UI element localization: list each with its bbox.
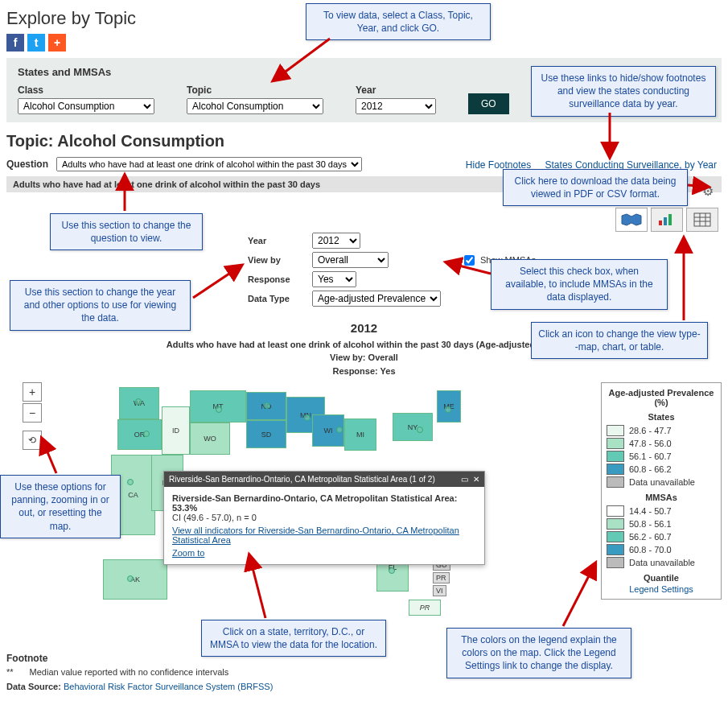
callout-zoom: Use these options for panning, zooming i… — [0, 475, 121, 538]
legend-settings-link[interactable]: Legend Settings — [629, 584, 693, 594]
legend-mmsa-1: 50.8 - 56.1 — [629, 519, 672, 529]
state-AK[interactable]: AK — [103, 559, 167, 600]
state-OR[interactable]: OR — [117, 419, 162, 450]
callout-options: Use this section to change the year and … — [10, 280, 191, 331]
topic-select[interactable]: Alcohol Consumption — [187, 98, 323, 114]
footnote-text: Median value reported with no confidence… — [30, 667, 229, 677]
footnote-symbol: ** — [6, 667, 14, 677]
state-NY[interactable]: NY — [393, 413, 433, 441]
callout-links: Use these links to hide/show footnotes a… — [531, 66, 716, 117]
callout-legend: The colors on the legend explain the col… — [446, 628, 631, 678]
opt-response-select[interactable]: Yes — [312, 271, 356, 287]
legend-mmsa-4: Data unavailable — [629, 558, 695, 567]
popup-maximize-icon[interactable]: ▭ — [461, 475, 468, 484]
popup-close-icon[interactable]: ✕ — [473, 475, 479, 484]
legend-mmsa-0: 14.4 - 50.7 — [629, 506, 672, 516]
state-PR[interactable]: PR — [409, 600, 441, 616]
state-WO[interactable]: WO — [190, 423, 230, 455]
addthis-share-button[interactable]: + — [48, 34, 66, 52]
opt-datatype-select[interactable]: Age-adjusted Prevalence — [312, 291, 441, 307]
opt-viewby-label: View by — [248, 255, 304, 265]
popup-header-title: Riverside-San Bernardino-Ontario, CA Met… — [169, 475, 435, 484]
callout-go: To view data, select a Class, Topic, Yea… — [306, 3, 491, 40]
mmsa-dot[interactable] — [304, 414, 311, 421]
map-view-button[interactable] — [615, 208, 648, 232]
svg-rect-1 — [664, 217, 667, 225]
mmsa-dot[interactable] — [417, 427, 423, 433]
facebook-share-button[interactable]: f — [6, 34, 24, 52]
popup-title: Riverside-San Bernardino-Ontario, CA Met… — [172, 493, 457, 513]
table-view-button[interactable] — [686, 208, 718, 232]
opt-viewby-select[interactable]: Overall — [312, 252, 389, 268]
callout-mmsas: Select this check box, when available, t… — [491, 259, 668, 310]
legend-state-1: 47.8 - 56.0 — [629, 439, 672, 448]
mmsa-dot[interactable] — [389, 567, 395, 574]
year-label: Year — [356, 85, 436, 96]
class-select[interactable]: Alcohol Consumption — [18, 98, 154, 114]
opt-year-select[interactable]: 2012 — [312, 233, 360, 249]
opt-response-label: Response — [248, 274, 304, 284]
mmsa-dot[interactable] — [135, 398, 142, 405]
legend-state-4: Data unavailable — [629, 477, 695, 487]
popup-zoom-link[interactable]: Zoom to — [172, 548, 476, 558]
legend-title: Age-adjusted Prevalence (%) — [607, 388, 716, 407]
mmsa-dot[interactable] — [127, 479, 134, 485]
svg-rect-3 — [694, 213, 710, 226]
question-label: Question — [6, 159, 48, 170]
legend-states-label: States — [607, 412, 716, 422]
chart-response: Response: Yes — [6, 365, 722, 378]
class-label: Class — [18, 85, 154, 96]
state-ID[interactable]: ID — [162, 406, 190, 455]
popup-ci: CI (49.6 - 57.0), n = 0 — [172, 513, 476, 522]
mmsa-dot[interactable] — [143, 431, 150, 437]
zoom-out-button[interactable]: − — [23, 403, 42, 423]
territory-VI[interactable]: VI — [433, 585, 446, 596]
datasource-label: Data Source: — [6, 682, 61, 691]
opt-datatype-label: Data Type — [248, 294, 304, 303]
gear-icon[interactable]: ⚙ — [702, 183, 718, 200]
datasource-link[interactable]: Behavioral Risk Factor Surveillance Syst… — [64, 682, 273, 691]
legend-mmsas-label: MMSAs — [607, 493, 716, 502]
mmsa-dot[interactable] — [264, 402, 270, 409]
legend: Age-adjusted Prevalence (%) States 28.6 … — [601, 382, 722, 600]
legend-state-0: 28.6 - 47.7 — [629, 426, 672, 435]
legend-mmsa-2: 56.2 - 60.7 — [629, 532, 672, 542]
legend-state-2: 56.1 - 60.7 — [629, 451, 672, 461]
svg-rect-0 — [659, 221, 662, 225]
view-icons — [615, 208, 718, 232]
mmsa-dot[interactable] — [216, 406, 222, 413]
popup-view-indicators-link[interactable]: View all indicators for Riverside-San Be… — [172, 526, 476, 545]
chart-view-button[interactable] — [651, 208, 683, 232]
zoom-in-button[interactable]: + — [23, 382, 42, 402]
year-select[interactable]: 2012 — [356, 98, 436, 114]
opt-year-label: Year — [248, 236, 304, 245]
callout-viewicons: Click an icon to change the view type--m… — [531, 322, 708, 359]
mmsa-dot[interactable] — [445, 406, 451, 413]
legend-mmsa-3: 60.8 - 70.0 — [629, 545, 672, 555]
legend-state-3: 60.8 - 66.2 — [629, 464, 672, 474]
territory-PR[interactable]: PR — [433, 572, 450, 583]
show-mmsas-checkbox[interactable] — [464, 255, 475, 266]
question-select[interactable]: Adults who have had at least one drink o… — [56, 157, 362, 171]
twitter-share-button[interactable]: t — [27, 34, 45, 52]
mmsa-dot[interactable] — [336, 427, 343, 433]
mmsa-dot[interactable] — [127, 575, 134, 582]
topic-heading: Topic: Alcohol Consumption — [6, 132, 722, 150]
callout-question: Use this section to change the question … — [50, 213, 203, 250]
svg-line-12 — [193, 266, 241, 298]
map-popup: Riverside-San Bernardino-Ontario, CA Met… — [163, 471, 485, 565]
svg-rect-2 — [668, 214, 672, 225]
state-SD[interactable]: SD — [246, 420, 286, 448]
go-button[interactable]: GO — [468, 93, 509, 114]
legend-quantile: Quantile — [607, 573, 716, 583]
reset-map-button[interactable]: ⟲ — [23, 431, 42, 450]
topic-label: Topic — [187, 85, 323, 96]
callout-clickstate: Click on a state, territory, D.C., or MM… — [201, 620, 386, 657]
state-MI[interactable]: MI — [344, 418, 376, 451]
callout-download: Click here to download the data being vi… — [503, 169, 688, 206]
